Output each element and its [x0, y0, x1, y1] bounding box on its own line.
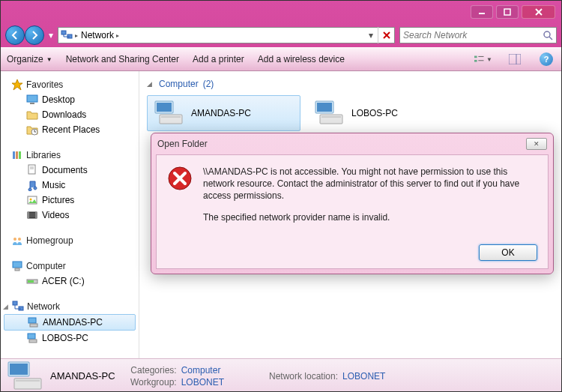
computer-icon: [11, 260, 23, 272]
search-box[interactable]: [399, 27, 557, 43]
meta-label: Categories:: [124, 365, 177, 376]
sidebar-item-label: Documents: [42, 165, 88, 175]
address-dropdown[interactable]: ▾: [364, 30, 378, 40]
group-count: (2): [203, 79, 214, 89]
computer-name: AMANDAS-PC: [191, 108, 251, 118]
computer-item-amandas[interactable]: AMANDAS-PC: [147, 95, 300, 131]
svg-rect-27: [28, 165, 35, 174]
search-icon: [543, 30, 553, 40]
preview-pane-button[interactable]: [506, 51, 524, 67]
meta-value: Computer: [181, 365, 221, 376]
maximize-button[interactable]: [496, 5, 519, 19]
group-header-computer[interactable]: ◢ Computer (2): [147, 76, 554, 95]
sidebar-item-downloads[interactable]: Downloads: [1, 107, 139, 122]
svg-rect-20: [30, 103, 34, 104]
sidebar-item-label: LOBOS-PC: [42, 333, 88, 343]
forward-button[interactable]: [25, 25, 44, 45]
svg-rect-56: [321, 116, 341, 118]
star-icon: [11, 79, 23, 91]
toolbar: Organize ▼ Network and Sharing Center Ad…: [1, 47, 561, 71]
svg-rect-33: [28, 212, 29, 218]
add-wireless-button[interactable]: Add a wireless device: [258, 54, 345, 64]
dialog-title: Open Folder: [157, 139, 526, 149]
sidebar-network[interactable]: ◢ Network: [1, 299, 139, 314]
svg-rect-48: [29, 340, 37, 343]
help-icon: ?: [540, 52, 553, 66]
libraries-icon: [11, 149, 23, 161]
sidebar-item-label: Computer: [26, 261, 66, 271]
svg-point-10: [544, 31, 550, 37]
svg-rect-1: [504, 9, 510, 15]
sharing-center-button[interactable]: Network and Sharing Center: [66, 54, 179, 64]
sidebar-computer[interactable]: Computer: [1, 259, 139, 274]
sidebar-item-label: Desktop: [42, 94, 75, 105]
breadcrumb-network[interactable]: Network ▸: [78, 30, 122, 40]
address-bar[interactable]: ▸ Network ▸ ▾: [58, 27, 395, 43]
ok-button[interactable]: OK: [479, 244, 537, 261]
error-dialog: Open Folder ✕ \\AMANDAS-PC is not access…: [151, 133, 554, 274]
sidebar-item-label: ACER (C:): [42, 276, 85, 286]
svg-rect-45: [28, 318, 36, 323]
sidebar-item-pictures[interactable]: Pictures: [1, 193, 139, 208]
dialog-titlebar[interactable]: Open Folder ✕: [151, 133, 553, 154]
view-options-button[interactable]: ▼: [474, 51, 492, 67]
sidebar-item-recent[interactable]: Recent Places: [1, 122, 139, 137]
svg-rect-24: [13, 151, 15, 159]
sidebar-favorites[interactable]: Favorites: [1, 77, 139, 92]
minimize-button[interactable]: [471, 5, 493, 19]
meta-value: LOBONET: [181, 377, 224, 388]
documents-icon: [26, 164, 38, 176]
help-button[interactable]: ?: [537, 51, 555, 67]
organize-label: Organize: [7, 54, 43, 64]
svg-rect-38: [15, 268, 19, 271]
sidebar-item-videos[interactable]: Videos: [1, 208, 139, 223]
navbar: ▾ ▸ Network ▸ ▾: [1, 23, 561, 47]
group-label: Computer: [159, 79, 199, 89]
sidebar-item-label: Favorites: [26, 79, 63, 90]
sidebar-libraries[interactable]: Libraries: [1, 148, 139, 163]
history-dropdown[interactable]: ▾: [46, 25, 56, 45]
titlebar: [1, 1, 561, 23]
drive-icon: [26, 275, 38, 287]
meta-value: LOBONET: [342, 371, 385, 382]
svg-point-35: [13, 238, 16, 241]
collapse-icon[interactable]: ◢: [147, 80, 154, 88]
svg-rect-34: [35, 212, 37, 218]
network-icon: [12, 301, 24, 313]
sidebar-item-label: Libraries: [26, 150, 61, 160]
search-input[interactable]: [403, 30, 543, 40]
sidebar-homegroup[interactable]: Homegroup: [1, 233, 139, 248]
sidebar-item-lobos-pc[interactable]: LOBOS-PC: [1, 331, 139, 346]
organize-menu[interactable]: Organize ▼: [7, 54, 52, 64]
videos-icon: [26, 209, 38, 221]
dialog-close-button[interactable]: ✕: [526, 138, 547, 150]
sidebar-item-label: AMANDAS-PC: [43, 317, 103, 328]
collapse-icon[interactable]: ◢: [2, 304, 9, 310]
sidebar-item-documents[interactable]: Documents: [1, 163, 139, 178]
sidebar-item-desktop[interactable]: Desktop: [1, 92, 139, 107]
svg-rect-25: [16, 151, 18, 159]
back-button[interactable]: [5, 25, 25, 45]
svg-marker-18: [12, 79, 22, 90]
close-button[interactable]: [522, 5, 555, 19]
sidebar-item-music[interactable]: Music: [1, 178, 139, 193]
network-icon: [60, 29, 73, 41]
folder-icon: [26, 109, 38, 121]
computer-item-lobos[interactable]: LOBOS-PC: [308, 95, 462, 131]
chevron-right-icon[interactable]: ▸: [116, 32, 119, 39]
svg-rect-37: [13, 262, 22, 268]
dialog-message-2: The specified network provider name is i…: [203, 211, 537, 223]
recent-icon: [26, 124, 38, 136]
sidebar-item-amandas-pc[interactable]: AMANDAS-PC: [4, 314, 136, 331]
sidebar-item-label: Homegroup: [26, 235, 73, 246]
details-pane: AMANDAS-PC Categories:Computer Workgroup…: [1, 358, 561, 392]
svg-rect-55: [320, 115, 342, 124]
sidebar-item-drive-c[interactable]: ACER (C:): [1, 274, 139, 289]
svg-rect-4: [61, 31, 66, 34]
details-name: AMANDAS-PC: [50, 370, 115, 382]
add-printer-button[interactable]: Add a printer: [193, 54, 244, 64]
svg-rect-13: [474, 60, 477, 62]
error-icon: [167, 166, 193, 191]
stop-refresh-button[interactable]: [378, 27, 394, 43]
svg-rect-50: [157, 103, 172, 112]
